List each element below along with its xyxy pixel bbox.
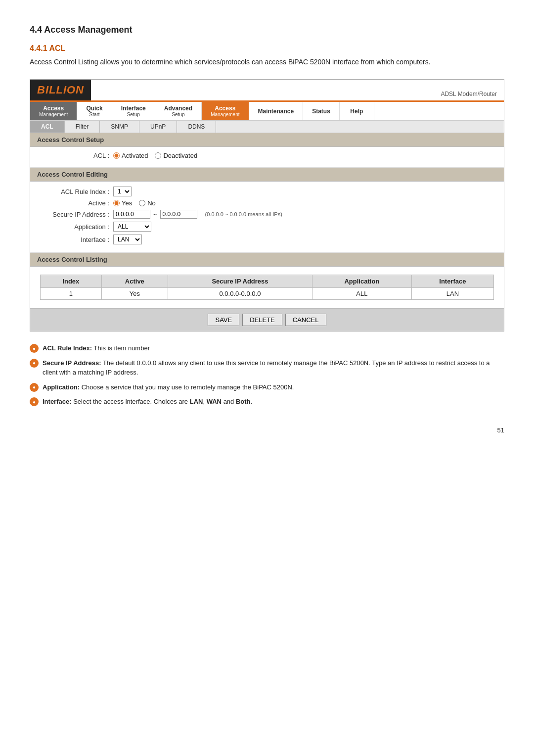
nav-sub-advanced: Setup [172, 112, 184, 117]
application-row: Application : ALL HTTP TELNET FTP SNMP P… [40, 222, 494, 232]
access-control-editing-header: Access Control Editing [30, 168, 504, 182]
access-control-setup-section: ACL : Activated Deactivated [30, 147, 504, 168]
rule-index-row: ACL Rule Index : 1 2 3 [40, 187, 494, 196]
sub-nav-upnp[interactable]: UPnP [139, 121, 177, 133]
note-text-interface: Interface: Select the access interface. … [43, 397, 504, 407]
nav-label-status: Status [312, 108, 330, 115]
active-row: Active : Yes No [40, 199, 494, 207]
nav-item-maintenance[interactable]: Maintenance [249, 102, 304, 120]
note-interface: ● Interface: Select the access interface… [30, 397, 504, 407]
cell-active: Yes [101, 288, 168, 300]
cell-interface: LAN [411, 288, 493, 300]
nav-label-maintenance: Maintenance [258, 108, 294, 115]
note-text-application: Application: Choose a service that you m… [43, 382, 504, 392]
note-label-secure-ip: Secure IP Address: [43, 359, 101, 367]
cancel-button[interactable]: CANCEL [285, 314, 326, 326]
access-control-setup-header: Access Control Setup [30, 133, 504, 147]
nav-label-quick: Quick [86, 105, 102, 112]
rule-index-select[interactable]: 1 2 3 [113, 187, 132, 196]
sub-nav-ddns[interactable]: DDNS [177, 121, 216, 133]
acl-activated-radio[interactable] [113, 152, 120, 159]
secure-ip-start-input[interactable] [113, 210, 150, 219]
content-area: Access Control Setup ACL : Activated Dea… [30, 133, 504, 331]
nav-item-status[interactable]: Status [303, 102, 340, 120]
cell-secure-ip: 0.0.0.0-0.0.0.0 [168, 288, 312, 300]
router-header: BILLION ADSL Modem/Router [30, 80, 504, 102]
note-acl-rule-index: ● ACL Rule Index: This is item number [30, 343, 504, 353]
sub-nav: ACL Filter SNMP UPnP DDNS [30, 121, 504, 133]
access-control-editing-section: ACL Rule Index : 1 2 3 Active : Yes [30, 182, 504, 253]
nav-item-interface-setup[interactable]: Interface Setup [112, 102, 155, 120]
table-row: 1 Yes 0.0.0.0-0.0.0.0 ALL LAN [41, 288, 494, 300]
footer-notes: ● ACL Rule Index: This is item number ● … [30, 343, 504, 407]
router-logo: BILLION [30, 80, 91, 100]
active-no-label: No [147, 199, 156, 207]
note-label-application: Application: [43, 383, 80, 391]
sub-nav-filter[interactable]: Filter [65, 121, 100, 133]
interface-select[interactable]: LAN WAN Both [113, 235, 142, 244]
nav-item-access-management[interactable]: Access Management [202, 102, 249, 120]
nav-item-quick-start[interactable]: Quick Start [77, 102, 112, 120]
col-interface: Interface [411, 275, 493, 288]
button-bar: SAVE DELETE CANCEL [30, 308, 504, 331]
table-header-row: Index Active Secure IP Address Applicati… [41, 275, 494, 288]
active-label: Active : [40, 199, 109, 207]
note-lan: LAN [190, 398, 203, 405]
nav-item-advanced-setup[interactable]: Advanced Setup [155, 102, 202, 120]
application-select[interactable]: ALL HTTP TELNET FTP SNMP PING HTTPS [113, 222, 151, 232]
note-wan: WAN [207, 398, 222, 405]
ip-tilde: ~ [153, 211, 157, 218]
note-label-acl-rule: ACL Rule Index: [43, 344, 92, 352]
nav-label-access: Access [43, 105, 64, 112]
sub-nav-snmp[interactable]: SNMP [100, 121, 139, 133]
ip-hint: (0.0.0.0 ~ 0.0.0.0 means all IPs) [205, 211, 282, 217]
col-active: Active [101, 275, 168, 288]
nav-label-access-mgmt: Access [215, 105, 235, 112]
cell-application: ALL [312, 288, 411, 300]
interface-value: LAN WAN Both [113, 235, 142, 244]
router-title: ADSL Modem/Router [91, 80, 504, 100]
application-value: ALL HTTP TELNET FTP SNMP PING HTTPS [113, 222, 151, 232]
note-both: Both [236, 398, 251, 405]
active-yes-label: Yes [122, 199, 132, 207]
nav-label-advanced: Advanced [164, 105, 192, 112]
active-yes-option[interactable]: Yes [113, 199, 132, 207]
secure-ip-row: Secure IP Address : ~ (0.0.0.0 ~ 0.0.0.0… [40, 210, 494, 219]
note-icon-acl-rule: ● [30, 344, 39, 353]
cell-index: 1 [41, 288, 102, 300]
acl-radio-group: Activated Deactivated [113, 152, 197, 159]
secure-ip-end-input[interactable] [160, 210, 197, 219]
logo-text: BILLION [37, 84, 84, 96]
active-no-option[interactable]: No [139, 199, 156, 207]
nav-item-help[interactable]: Help [340, 102, 374, 120]
listing-table: Index Active Secure IP Address Applicati… [40, 275, 494, 300]
acl-row: ACL : Activated Deactivated [40, 152, 494, 159]
note-secure-ip: ● Secure IP Address: The default 0.0.0.0… [30, 358, 504, 378]
rule-index-value: 1 2 3 [113, 187, 132, 196]
nav-sub-interface: Setup [127, 112, 140, 117]
acl-deactivated-option[interactable]: Deactivated [155, 152, 197, 159]
nav-sub-start: Start [89, 112, 99, 117]
save-button[interactable]: SAVE [208, 314, 239, 326]
delete-button[interactable]: DELETE [242, 314, 282, 326]
page-number: 51 [30, 426, 504, 434]
secure-ip-value: ~ (0.0.0.0 ~ 0.0.0.0 means all IPs) [113, 210, 282, 219]
note-label-interface: Interface: [43, 398, 72, 405]
rule-index-label: ACL Rule Index : [40, 188, 109, 195]
col-index: Index [41, 275, 102, 288]
acl-label: ACL : [40, 152, 109, 159]
nav-sub-management: Management [39, 112, 68, 117]
sidebar-item-access-management[interactable]: Access Management [30, 102, 77, 120]
active-yes-radio[interactable] [113, 200, 120, 206]
router-ui-box: BILLION ADSL Modem/Router Access Managem… [30, 79, 504, 331]
active-no-radio[interactable] [139, 200, 145, 206]
acl-activated-option[interactable]: Activated [113, 152, 148, 159]
description: Access Control Listing allows you to det… [30, 57, 504, 67]
active-radio-group: Yes No [113, 199, 156, 207]
acl-deactivated-radio[interactable] [155, 152, 161, 159]
interface-label: Interface : [40, 236, 109, 243]
col-secure-ip: Secure IP Address [168, 275, 312, 288]
sub-heading: 4.4.1 ACL [30, 44, 504, 53]
sub-nav-acl[interactable]: ACL [30, 121, 65, 133]
application-label: Application : [40, 223, 109, 231]
